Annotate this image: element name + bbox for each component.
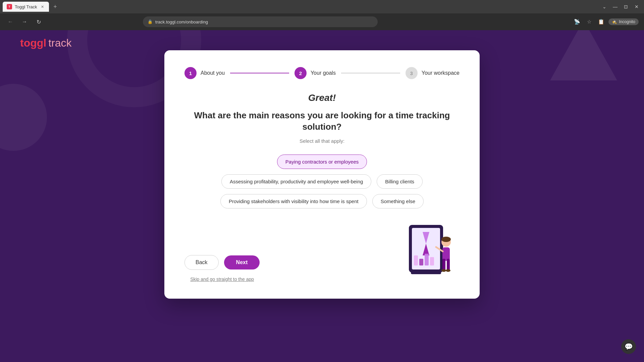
reload-button[interactable]: ↻ [34, 17, 44, 27]
step-3: 3 Your workspace [406, 67, 460, 79]
svg-rect-6 [425, 254, 429, 265]
reading-list-icon[interactable]: 📋 [596, 17, 606, 26]
option-billing[interactable]: Billing clients [377, 174, 423, 189]
svg-rect-9 [442, 247, 450, 261]
svg-rect-16 [411, 272, 441, 274]
option-stakeholders[interactable]: Providing stakeholders with visibility i… [220, 194, 367, 208]
option-other[interactable]: Something else [372, 194, 424, 208]
step-2-label: Your goals [311, 70, 336, 76]
svg-point-14 [441, 269, 446, 272]
select-hint: Select all that apply: [184, 138, 460, 144]
step-3-circle: 3 [406, 67, 418, 79]
chat-widget[interactable]: 💬 [621, 339, 636, 354]
tab-list-button[interactable]: ⌄ [600, 2, 609, 11]
restore-button[interactable]: ⊡ [621, 2, 631, 11]
step-1: 1 About you [184, 67, 225, 79]
question-title: What are the main reasons you are lookin… [184, 110, 460, 133]
svg-rect-4 [414, 255, 418, 265]
step-line-1 [230, 73, 289, 73]
tab-title: Toggl Track [15, 4, 37, 9]
cast-icon[interactable]: 📡 [572, 17, 582, 26]
step-line-2 [341, 73, 400, 73]
back-nav-button[interactable]: ← [5, 17, 15, 27]
step-2-circle: 2 [294, 67, 307, 79]
skip-link[interactable]: Skip and go straight to the app [190, 277, 254, 282]
forward-nav-button[interactable]: → [19, 17, 30, 27]
options-row-1: Paying contractors or employees [277, 155, 367, 169]
great-title: Great! [184, 93, 460, 103]
options-row-3: Providing stakeholders with visibility i… [220, 194, 424, 208]
tab-close-button[interactable]: ✕ [40, 4, 45, 9]
step-2: 2 Your goals [294, 67, 336, 79]
svg-rect-5 [419, 259, 423, 265]
svg-point-13 [441, 237, 451, 242]
svg-rect-11 [447, 259, 450, 270]
lock-icon: 🔒 [148, 19, 153, 24]
illustration [392, 222, 460, 282]
steps-progress: 1 About you 2 Your goals 3 Your workspac… [184, 67, 460, 79]
onboarding-modal: 1 About you 2 Your goals 3 Your workspac… [164, 50, 480, 299]
option-pay[interactable]: Paying contractors or employees [277, 155, 367, 169]
step-1-label: About you [201, 70, 225, 76]
browser-tab[interactable]: T Toggl Track ✕ [3, 2, 49, 12]
step-3-label: Your workspace [422, 70, 460, 76]
back-button[interactable]: Back [184, 255, 219, 270]
close-window-button[interactable]: ✕ [632, 2, 641, 11]
buttons-row: Back Next [184, 255, 260, 270]
address-bar[interactable]: 🔒 track.toggl.com/onboarding [143, 16, 378, 27]
bottom-row: Back Next Skip and go straight to the ap… [184, 255, 260, 282]
option-assess[interactable]: Assessing profitability, productivity an… [221, 174, 371, 189]
svg-rect-10 [442, 259, 445, 270]
bookmark-icon[interactable]: ☆ [584, 17, 594, 26]
svg-rect-7 [430, 257, 434, 265]
url-text: track.toggl.com/onboarding [155, 19, 208, 24]
step-1-circle: 1 [184, 67, 197, 79]
next-button[interactable]: Next [224, 255, 260, 269]
chat-icon: 💬 [625, 343, 633, 351]
options-container: Paying contractors or employees Assessin… [184, 155, 460, 208]
new-tab-button[interactable]: + [50, 2, 60, 11]
main-content: 1 About you 2 Your goals 3 Your workspac… [0, 30, 644, 362]
tab-favicon: T [7, 4, 12, 9]
minimize-button[interactable]: — [610, 2, 620, 11]
incognito-badge: 🕵️ Incognito [608, 18, 639, 25]
options-row-2: Assessing profitability, productivity an… [221, 174, 423, 189]
browser-chrome: T Toggl Track ✕ + ⌄ — ⊡ ✕ ← → ↻ 🔒 track.… [0, 0, 644, 30]
svg-point-15 [446, 269, 450, 272]
